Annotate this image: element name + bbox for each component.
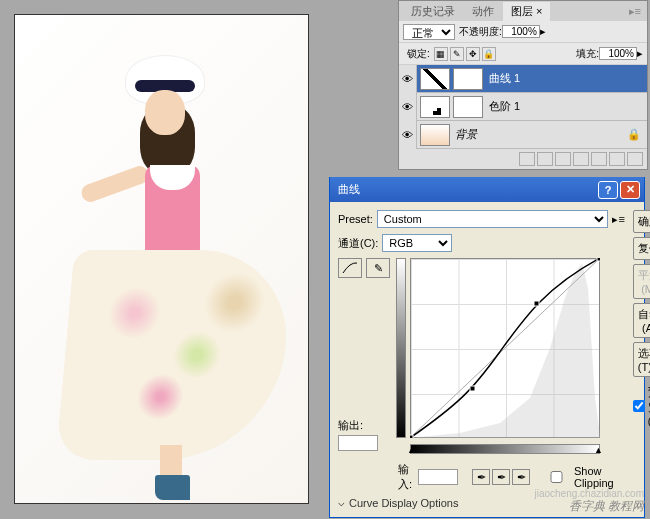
preview-checkbox[interactable]: 预览(P) [633,385,650,427]
layer-list: 👁 曲线 1 👁 色阶 1 👁 背景 🔒 [399,65,647,149]
visibility-eye-icon[interactable]: 👁 [399,65,417,93]
preset-menu-icon[interactable]: ▸≡ [612,213,624,226]
tab-history[interactable]: 历史记录 [403,2,463,21]
delete-layer-icon[interactable] [627,152,643,166]
link-layers-icon[interactable] [519,152,535,166]
cancel-button[interactable]: 复位 [633,237,650,260]
auto-button[interactable]: 自动(A) [633,303,650,338]
chevron-right-icon[interactable]: ▸ [540,25,546,38]
blend-mode-select[interactable]: 正常 [403,24,455,40]
layer-thumb-curves[interactable] [420,68,450,90]
input-gradient: ▲ ▲ [410,444,600,454]
chevron-right-icon[interactable]: ▸ [637,47,643,60]
svg-rect-4 [597,258,600,261]
curve-line[interactable] [410,258,600,438]
preset-select[interactable]: Custom [377,210,609,228]
svg-rect-3 [534,301,539,306]
lock-paint-icon[interactable]: ✎ [450,47,464,61]
curves-dialog: 曲线 ? ✕ Preset: Custom ▸≡ 通道(C): RGB ✎ [329,177,645,518]
options-button[interactable]: 选项(T)... [633,342,650,377]
lock-transparency-icon[interactable]: ▦ [434,47,448,61]
lock-all-icon[interactable]: 🔒 [482,47,496,61]
channel-select[interactable]: RGB [382,234,452,252]
ok-button[interactable]: 确定 [633,210,650,233]
group-icon[interactable] [591,152,607,166]
adjustment-icon[interactable] [573,152,589,166]
panel-tabs: 历史记录 动作 图层 × ▸≡ [399,1,647,21]
input-field[interactable] [418,469,458,485]
svg-rect-1 [410,435,413,438]
opacity-value[interactable]: 100% [502,25,540,38]
tab-layers[interactable]: 图层 × [503,2,550,21]
layer-mask-thumb[interactable] [453,96,483,118]
opacity-label: 不透明度: [459,25,502,39]
layer-thumb-bg[interactable] [420,124,450,146]
svg-rect-2 [470,386,475,391]
input-label: 输入: [398,462,412,492]
layer-row[interactable]: 👁 背景 🔒 [399,121,647,149]
curve-tool-point[interactable] [338,258,362,278]
mask-icon[interactable] [555,152,571,166]
help-button[interactable]: ? [598,181,618,199]
canvas-document[interactable] [14,14,309,504]
visibility-eye-icon[interactable]: 👁 [399,121,417,149]
output-gradient [396,258,406,438]
tab-actions[interactable]: 动作 [464,2,502,21]
layer-mask-thumb[interactable] [453,68,483,90]
fx-icon[interactable] [537,152,553,166]
show-clipping-checkbox[interactable]: Show Clipping [542,465,625,489]
layer-name[interactable]: 背景 [453,127,627,142]
svg-line-0 [410,258,600,438]
eyedropper-gray-icon[interactable]: ✒ [492,469,510,485]
watermark-text: 香字典 教程网 [569,498,644,515]
lock-icon: 🔒 [627,128,641,141]
dialog-title: 曲线 [334,182,596,197]
chevron-icon: ⌵ [338,496,345,509]
panel-footer [399,149,647,169]
preset-label: Preset: [338,213,373,225]
eyedropper-white-icon[interactable]: ✒ [512,469,530,485]
output-field[interactable] [338,435,378,451]
output-label: 输出: [338,418,363,433]
dialog-titlebar[interactable]: 曲线 ? ✕ [330,177,644,202]
layers-panel: 历史记录 动作 图层 × ▸≡ 正常 不透明度: 100% ▸ 锁定: ▦ ✎ … [398,0,648,170]
close-button[interactable]: ✕ [620,181,640,199]
layer-row[interactable]: 👁 曲线 1 [399,65,647,93]
eyedropper-black-icon[interactable]: ✒ [472,469,490,485]
fill-value[interactable]: 100% [599,47,637,60]
layer-row[interactable]: 👁 色阶 1 [399,93,647,121]
lock-position-icon[interactable]: ✥ [466,47,480,61]
visibility-eye-icon[interactable]: 👁 [399,93,417,121]
new-layer-icon[interactable] [609,152,625,166]
photo-figure [45,55,285,495]
curve-graph[interactable]: ▲ ▲ [396,258,606,458]
fill-label: 填充: [576,47,599,61]
layer-name[interactable]: 色阶 1 [487,99,647,114]
curve-tool-pencil[interactable]: ✎ [366,258,390,278]
smooth-button: 平滑(M) [633,264,650,299]
channel-label: 通道(C): [338,236,378,251]
lock-label: 锁定: [407,47,430,61]
layer-thumb-levels[interactable] [420,96,450,118]
layer-name[interactable]: 曲线 1 [487,71,647,86]
panel-menu-icon[interactable]: ▸≡ [623,5,647,18]
